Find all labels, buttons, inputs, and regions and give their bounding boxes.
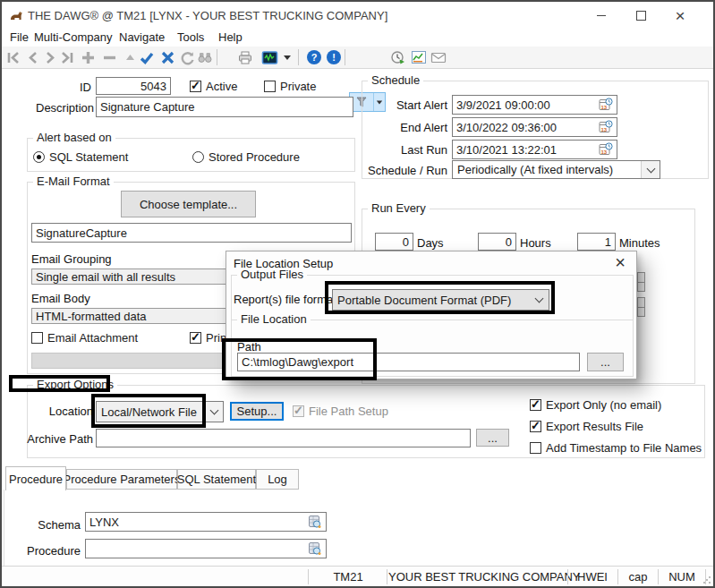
console-icon[interactable] — [260, 48, 278, 66]
dialog-close-icon[interactable] — [609, 253, 631, 271]
menu-navigate[interactable]: Navigate — [119, 30, 165, 44]
last-run-label: Last Run — [358, 143, 447, 157]
archive-browse-button[interactable]: ... — [476, 429, 509, 447]
console-menu-icon[interactable] — [281, 48, 294, 66]
help-icon[interactable] — [305, 48, 323, 66]
email-icon[interactable] — [430, 48, 447, 66]
date-picker-icon[interactable]: 13 — [599, 142, 613, 157]
spinner-control[interactable] — [637, 297, 645, 317]
schema-field[interactable]: LYNX — [85, 512, 327, 532]
procedure-field[interactable] — [85, 539, 327, 558]
delete-record-icon[interactable] — [100, 48, 118, 66]
run-every-hours-field[interactable]: 0 — [478, 233, 516, 251]
lookup-icon[interactable] — [308, 515, 322, 529]
toolbar-separator — [298, 49, 299, 65]
description-label: Description — [36, 101, 93, 115]
window-title: THE DAWG® @ TM21 [LYNX - YOUR BEST TRUCK… — [28, 9, 387, 22]
description-field[interactable]: Signature Capture — [96, 97, 353, 117]
status-caps-indicator: cap — [619, 570, 657, 584]
next-record-icon[interactable] — [41, 48, 59, 66]
end-alert-label: End Alert — [358, 121, 447, 134]
last-run-field[interactable]: 3/10/2021 13:22:01 13 — [452, 140, 617, 159]
cancel-icon[interactable] — [158, 48, 176, 66]
start-alert-label: Start Alert — [358, 98, 447, 112]
report-format-combo[interactable]: Portable Document Format (PDF) — [332, 289, 549, 311]
export-only-checkbox[interactable]: Export Only (no email) — [530, 398, 661, 412]
report-format-label: Report(s) file format — [234, 293, 336, 306]
export-results-checkbox[interactable]: Export Results File — [530, 420, 643, 433]
end-alert-field[interactable]: 3/10/2022 09:36:00 13 — [452, 117, 617, 137]
archive-path-field[interactable] — [96, 429, 471, 447]
add-record-icon[interactable] — [79, 48, 97, 66]
maximize-button[interactable] — [627, 5, 654, 25]
menu-help[interactable]: Help — [218, 30, 243, 44]
last-record-icon[interactable] — [58, 48, 76, 66]
close-button[interactable] — [667, 5, 694, 25]
choose-template-button[interactable]: Choose template... — [121, 191, 256, 217]
collapse-icon[interactable] — [121, 48, 139, 66]
active-checkbox[interactable]: Active — [190, 80, 237, 93]
print-icon[interactable] — [236, 48, 254, 66]
refresh-icon[interactable] — [178, 48, 196, 66]
menu-tools[interactable]: Tools — [177, 30, 204, 44]
svg-text:13: 13 — [601, 149, 608, 155]
tab-sql-statement[interactable]: SQL Statement — [177, 469, 256, 490]
schedule-run-combo[interactable]: Periodically (At fixed intervals) — [452, 160, 660, 179]
minutes-label: Minutes — [619, 236, 660, 250]
spinner-control[interactable] — [637, 272, 645, 292]
print-checkbox[interactable]: Print — [190, 331, 230, 345]
chart-icon[interactable] — [410, 48, 428, 66]
status-user: HWEI — [569, 570, 616, 584]
tab-log[interactable]: Log — [256, 469, 299, 490]
add-timestamp-checkbox[interactable]: Add Timestamp to File Names — [530, 441, 702, 455]
resize-grip[interactable] — [702, 575, 711, 584]
sql-statement-radio[interactable]: SQL Statement — [33, 150, 128, 164]
template-field[interactable]: SignatureCapture — [31, 223, 352, 243]
svg-text:13: 13 — [601, 127, 608, 132]
id-label: ID — [55, 81, 91, 94]
status-separator — [387, 569, 387, 584]
toolbar-separator — [345, 49, 345, 65]
archive-path-label: Archive Path — [27, 432, 93, 446]
file-location-setup-dialog: File Location Setup Output Files Report(… — [226, 251, 637, 379]
status-bar: TM21 YOUR BEST TRUCKING COMPANY HWEI cap… — [2, 566, 713, 586]
save-icon[interactable] — [138, 48, 156, 66]
private-checkbox[interactable]: Private — [264, 80, 316, 93]
run-every-days-field[interactable]: 0 — [375, 233, 413, 251]
menu-multi-company[interactable]: Multi-Company — [34, 30, 112, 44]
location-combo[interactable]: Local/Network File — [96, 401, 224, 422]
about-icon[interactable] — [325, 48, 343, 66]
id-field[interactable]: 5043 — [96, 77, 171, 95]
status-company-code: TM21 — [310, 570, 387, 584]
app-window: THE DAWG® @ TM21 [LYNX - YOUR BEST TRUCK… — [0, 0, 715, 588]
schema-label: Schema — [29, 518, 81, 532]
path-browse-button[interactable]: ... — [587, 353, 624, 371]
date-picker-icon[interactable]: 13 — [599, 98, 613, 112]
chevron-down-icon — [641, 161, 660, 178]
file-path-setup-checkbox: File Path Setup — [293, 405, 388, 418]
status-separator — [658, 569, 659, 584]
email-attachment-checkbox[interactable]: Email Attachment — [31, 331, 138, 345]
first-record-icon[interactable] — [4, 48, 21, 66]
setup-button[interactable]: Setup... — [230, 402, 284, 421]
path-field[interactable]: C:\tmlog\Dawg\export — [237, 353, 580, 371]
run-every-minutes-field[interactable]: 1 — [577, 233, 616, 251]
previous-record-icon[interactable] — [23, 48, 41, 66]
stored-procedure-radio[interactable]: Stored Procedure — [192, 150, 300, 164]
minimize-button[interactable] — [588, 5, 615, 25]
path-label: Path — [237, 340, 261, 354]
tab-procedure[interactable]: Procedure — [5, 466, 66, 490]
find-icon[interactable] — [196, 48, 214, 66]
date-picker-icon[interactable]: 13 — [599, 120, 613, 134]
tab-procedure-parameters[interactable]: Procedure Parameters — [66, 469, 177, 490]
hours-label: Hours — [520, 236, 551, 250]
email-grouping-label: Email Grouping — [31, 252, 112, 266]
svg-text:13: 13 — [601, 105, 608, 110]
lookup-icon[interactable] — [308, 541, 322, 556]
menu-bar: File Multi-Company Navigate Tools Help — [2, 30, 713, 47]
menu-file[interactable]: File — [10, 30, 29, 44]
app-dog-icon — [9, 8, 24, 23]
schedule-icon[interactable] — [389, 48, 407, 66]
start-alert-field[interactable]: 3/9/2021 09:00:00 13 — [452, 95, 617, 115]
procedure-label: Procedure — [22, 544, 81, 558]
